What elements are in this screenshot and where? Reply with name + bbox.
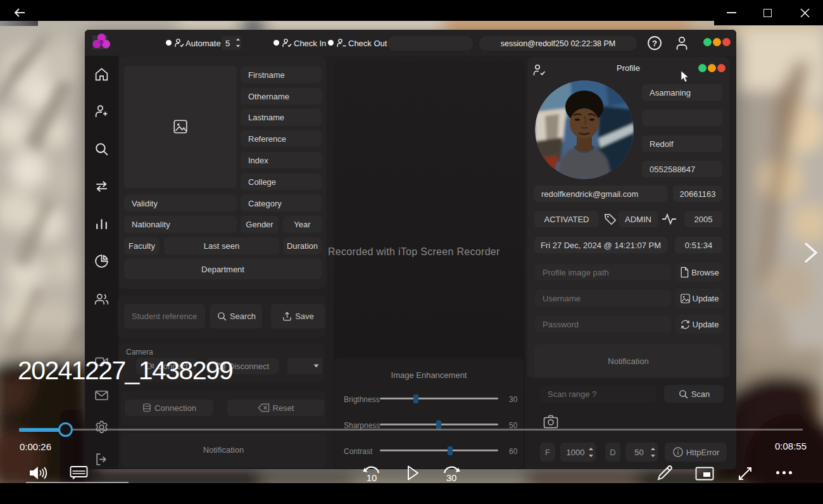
svg-text:10: 10	[367, 472, 377, 483]
svg-text:30: 30	[446, 472, 457, 483]
